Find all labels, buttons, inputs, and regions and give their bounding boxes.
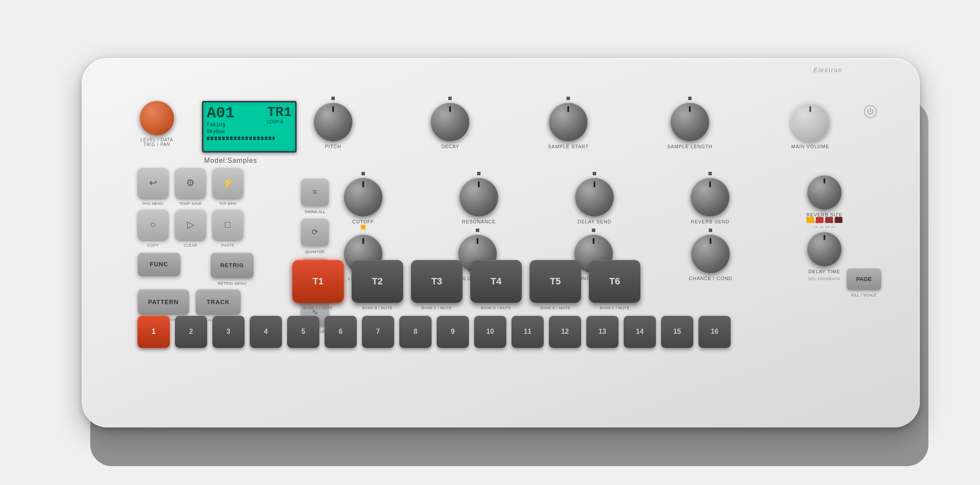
quantize-group: ⟳ QUANTIZE (301, 218, 329, 254)
decay-label: DECAY (441, 144, 459, 149)
delay-time-label: DELAY TIME (808, 269, 840, 274)
cutoff-knob[interactable] (344, 178, 383, 217)
t6-button[interactable]: T6 (589, 260, 640, 303)
pitch-knob[interactable] (314, 103, 352, 141)
sample-start-label: SAMPLE START (548, 144, 589, 149)
sample-length-knob[interactable] (671, 103, 709, 141)
quantize-button[interactable]: ⟳ (301, 218, 329, 246)
lcd-name1: Faking (207, 122, 235, 128)
t5-button[interactable]: T5 (530, 260, 581, 303)
t2-button[interactable]: T2 (352, 260, 403, 303)
chance-cond-knob[interactable] (691, 235, 730, 273)
step-6-group: 6 (325, 316, 357, 348)
led-page-4 (835, 217, 842, 223)
resonance-knob[interactable] (459, 178, 498, 217)
delay-time-knob[interactable] (807, 232, 842, 266)
encoder-knob[interactable] (140, 101, 174, 135)
step-14-button[interactable]: 14 (624, 316, 656, 348)
decay-knob[interactable] (431, 103, 469, 141)
t5-group: T5 BANK E / MUTE (530, 260, 581, 310)
swing-all-icon: ≡ (312, 188, 317, 197)
sample-start-knob[interactable] (549, 103, 588, 141)
step-7-button[interactable]: 7 (362, 316, 394, 348)
track-button[interactable]: TRACK (196, 289, 241, 315)
t1-group: T1 BANK A / MUTE (292, 260, 344, 310)
pattern-button[interactable]: PATTERN (138, 289, 189, 315)
temp-save-button[interactable]: ⚙ (175, 168, 206, 198)
t3-button[interactable]: T3 (411, 260, 462, 303)
step-4-button[interactable]: 4 (250, 316, 282, 348)
page-leds (806, 217, 842, 223)
t3-sublabel: BANK C / MUTE (422, 306, 452, 310)
device-body: Elektron ⏻ LEVEL / DATA TRIG / PAN A01 F… (82, 58, 920, 427)
step-5-group: 5 (287, 316, 319, 348)
t2-sublabel: BANK B / MUTE (362, 306, 392, 310)
reverb-size-knob[interactable] (807, 175, 842, 210)
step-1-button[interactable]: 1 (138, 316, 170, 348)
led-label-2-4: 2:4 (819, 226, 824, 229)
encoder-label: LEVEL / DATA TRIG / PAN (125, 137, 189, 147)
decay-indicator (448, 97, 452, 100)
paste-icon: □ (225, 220, 230, 229)
step-8-button[interactable]: 8 (399, 316, 432, 348)
copy-label: COPY (147, 243, 159, 247)
pitch-indicator (331, 97, 335, 100)
temp-save-icon: ⚙ (186, 178, 195, 188)
t1-button[interactable]: T1 (292, 260, 344, 303)
copy-group: ○ COPY (138, 209, 168, 247)
clear-button[interactable]: ▷ (175, 209, 206, 240)
step-1-group: 1 (138, 316, 170, 348)
tap-bpm-button[interactable]: ⚡ (212, 168, 243, 198)
t3-label: T3 (431, 276, 442, 287)
paste-button[interactable]: □ (212, 209, 243, 240)
step-15-button[interactable]: 15 (661, 316, 693, 348)
copy-icon: ○ (150, 220, 156, 229)
page-button[interactable]: PAGE (847, 268, 881, 290)
step-16-button[interactable]: 16 (698, 316, 731, 348)
pitch-label: PITCH (325, 144, 341, 149)
step-10-group: 10 (474, 316, 506, 348)
step-3-button[interactable]: 3 (212, 316, 245, 348)
lcd-screen: A01 Faking Skybox TR1 LOOP R (202, 101, 297, 153)
func-button[interactable]: FUNC (138, 253, 181, 276)
fill-scale-label: FILL / SCALE (851, 293, 876, 297)
chance-cond-label: CHANCE / COND (689, 276, 732, 281)
t5-sublabel: BANK E / MUTE (540, 306, 570, 310)
step-12-button[interactable]: 12 (549, 316, 581, 348)
step-5-button[interactable]: 5 (287, 316, 319, 348)
func-group: FUNC (138, 253, 181, 276)
t4-group: T4 BANK D / MUTE (470, 260, 522, 310)
step-13-button[interactable]: 13 (586, 316, 619, 348)
quantize-label: QUANTIZE (305, 250, 325, 254)
delay-send-knob[interactable] (575, 178, 614, 217)
t4-button[interactable]: T4 (470, 260, 522, 303)
retrig-button[interactable]: RETRIG (211, 253, 254, 278)
step-9-group: 9 (437, 316, 469, 348)
step-11-button[interactable]: 11 (511, 316, 544, 348)
pad-menu-button[interactable]: ↩ (138, 168, 168, 198)
device-wrapper: Elektron ⏻ LEVEL / DATA TRIG / PAN A01 F… (39, 32, 941, 453)
left-buttons-area: ↩ PAD MENU ⚙ TEMP SAVE ⚡ TAP BPM (138, 168, 254, 322)
t4-sublabel: BANK D / MUTE (481, 306, 511, 310)
tap-bpm-icon: ⚡ (222, 178, 234, 188)
step-10-button[interactable]: 10 (474, 316, 506, 348)
knob-group-reverb-send: REVERB SEND (691, 172, 729, 224)
tap-bpm-label: TAP BPM (219, 201, 237, 206)
step-buttons-row: 1 2 3 4 5 6 7 8 9 (138, 316, 731, 348)
page-button-area: PAGE FILL / SCALE (847, 268, 881, 297)
power-button[interactable]: ⏻ (864, 105, 877, 118)
sample-length-label: SAMPLE LENGTH (667, 144, 712, 149)
knob-group-sample-start: SAMPLE START (548, 97, 589, 149)
step-9-button[interactable]: 9 (437, 316, 469, 348)
t6-label: T6 (609, 276, 620, 287)
temp-save-label: TEMP SAVE (179, 201, 202, 206)
swing-all-label: SWING ALL (304, 210, 325, 214)
main-volume-knob[interactable] (791, 103, 830, 141)
swing-all-button[interactable]: ≡ (301, 178, 329, 206)
step-2-button[interactable]: 2 (175, 316, 207, 348)
copy-button[interactable]: ○ (138, 209, 168, 240)
sample-start-indicator (567, 97, 570, 100)
knob-group-cutoff: CUTOFF (344, 172, 383, 224)
reverb-send-knob[interactable] (691, 178, 729, 217)
step-6-button[interactable]: 6 (325, 316, 357, 348)
